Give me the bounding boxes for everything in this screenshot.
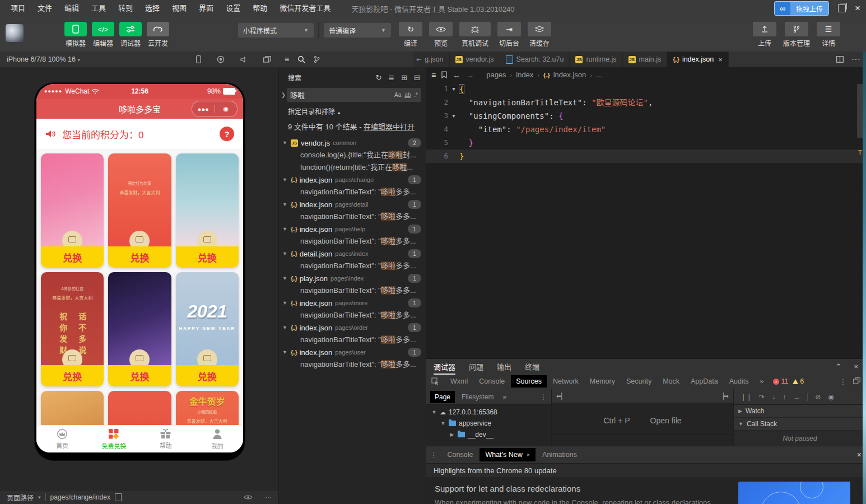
split-editor-icon[interactable]	[836, 56, 844, 63]
open-file-link[interactable]: Open file	[650, 416, 682, 425]
search-match[interactable]: navigationBarTitleText": "哆啦多多...	[279, 284, 426, 297]
record-icon[interactable]	[217, 55, 225, 63]
tab-search-editor[interactable]: Search: 32.u7u	[500, 52, 570, 67]
collapse-all-icon[interactable]: ⊟	[414, 73, 420, 82]
exchange-button[interactable]: 兑换	[176, 365, 239, 386]
step-into-icon[interactable]: ↓	[772, 393, 775, 401]
switch-background-button[interactable]: ⇥ 切后台	[497, 22, 521, 48]
kebab-menu-icon[interactable]: ⋮	[840, 377, 847, 386]
multi-window-icon[interactable]	[263, 56, 271, 63]
more-tabs-icon[interactable]: »	[755, 375, 769, 388]
eye-icon[interactable]	[244, 494, 253, 500]
menu-goto[interactable]: 转到	[112, 0, 139, 17]
tab-mock[interactable]: Mock	[658, 375, 685, 388]
match-case-icon[interactable]: Aa	[394, 92, 401, 98]
tree-item-host[interactable]: ▼ ☁ 127.0.0.1:65368	[426, 407, 551, 418]
exchange-button[interactable]: 兑换	[176, 246, 239, 268]
refresh-icon[interactable]: ↻	[375, 73, 381, 82]
compile-button[interactable]: ↻ 编译	[399, 22, 422, 48]
dirs-toggle[interactable]: 指定目录和排除 ▲	[279, 104, 426, 118]
search-result-file[interactable]: ▼ {..} index.json pages\change 1	[279, 174, 426, 186]
copy-icon[interactable]	[115, 493, 122, 501]
tab-output[interactable]: 输出	[497, 361, 511, 372]
search-match[interactable]: navigationBarTitleText": "哆啦多多...	[279, 235, 426, 248]
inspect-icon[interactable]	[431, 377, 440, 386]
prize-card[interactable]: 兑换	[176, 153, 239, 268]
watch-section[interactable]: ▶ Watch	[734, 405, 866, 418]
prev-file-icon[interactable]: ⬅▏	[556, 393, 566, 400]
close-icon[interactable]: ×	[854, 362, 858, 371]
exchange-button[interactable]: 兑换	[41, 365, 104, 386]
search-input[interactable]: 哆啦 Aa ab .*	[287, 88, 421, 102]
tab-help[interactable]: 帮助	[140, 426, 192, 452]
error-badge[interactable]: ×11	[773, 377, 788, 385]
tab-filesystem[interactable]: Filesystem	[457, 391, 498, 403]
search-match[interactable]: navigationBarTitleText": "哆啦多多...	[279, 211, 426, 223]
collapse-icon[interactable]: ⌃	[836, 362, 842, 371]
search-result-file[interactable]: ▼ {..} index.json pages\more 1	[279, 297, 426, 309]
open-in-editor-icon[interactable]: ⊞	[401, 73, 407, 82]
open-in-editor-link[interactable]: 在编辑器中打开	[364, 123, 415, 131]
step-over-icon[interactable]: ↷	[759, 393, 765, 401]
prize-card[interactable]: 兑换	[41, 153, 104, 268]
forward-icon[interactable]: →	[466, 71, 474, 80]
deactivate-breakpoints-icon[interactable]: ⊘	[815, 393, 821, 401]
next-file-icon[interactable]: ▕➡	[719, 393, 729, 400]
drag-upload-badge[interactable]: ∞ 拖拽上传	[774, 1, 829, 16]
more-menu-icon[interactable]: ●●●	[192, 106, 215, 113]
call-stack-section[interactable]: ▼ Call Stack	[734, 418, 866, 431]
tab-console[interactable]: Console	[474, 375, 510, 388]
outline-icon[interactable]: ≡	[431, 71, 436, 80]
close-icon[interactable]: ×	[527, 451, 530, 458]
remote-debug-button[interactable]: 真机调试	[459, 22, 491, 48]
tab-mine[interactable]: 我的	[192, 426, 243, 452]
prize-card[interactable]: 2021 HAPPY NEW YEAR 兑换	[176, 272, 239, 386]
window-close-icon[interactable]: ×	[855, 0, 860, 17]
tab-home[interactable]: 首页	[36, 426, 88, 452]
tab-g-json[interactable]: ⇤ g.json	[413, 52, 450, 67]
prize-card[interactable]: 牛气冲天 兑换	[108, 391, 171, 425]
exchange-button[interactable]: 兑换	[108, 365, 171, 386]
kebab-menu-icon[interactable]: ⋮	[540, 393, 547, 401]
step-out-icon[interactable]: ↑	[783, 393, 786, 401]
search-match[interactable]: navigationBarTitleText": "哆啦多多...	[279, 334, 426, 346]
tab-page[interactable]: Page	[430, 391, 455, 403]
menu-settings[interactable]: 设置	[220, 0, 246, 17]
search-icon[interactable]	[297, 55, 305, 63]
step-icon[interactable]: →	[793, 393, 800, 401]
clear-cache-button[interactable]: 清缓存	[528, 22, 551, 48]
search-result-file[interactable]: ▼ {..} index.json pages\order 1	[279, 321, 426, 334]
window-restore-icon[interactable]	[838, 4, 846, 12]
undock-icon[interactable]	[853, 377, 860, 384]
device-selector[interactable]: iPhone 6/7/8 100% 16 ▾	[7, 52, 80, 68]
tab-main-js[interactable]: JS main.js	[623, 52, 668, 67]
compile-mode-select[interactable]: 普通编译▼	[324, 23, 391, 38]
search-match[interactable]: navigationBarTitleText": "哆啦多多...	[279, 260, 426, 272]
tab-free-exchange[interactable]: 免费兑换	[88, 426, 139, 452]
user-avatar[interactable]	[6, 24, 24, 42]
menu-tools[interactable]: 工具	[85, 0, 112, 17]
prize-card[interactable]: 兑换	[41, 391, 104, 425]
code-area[interactable]: 1 ▼ { 2 "navigationBarTitleText": "欧皇源码论…	[426, 82, 866, 163]
fold-icon[interactable]: ▼	[448, 109, 459, 123]
search-result-file[interactable]: ▼ {..} index.json pages\detail 1	[279, 198, 426, 211]
bookmark-icon[interactable]	[441, 71, 447, 78]
tab-index-json[interactable]: {..} index.json ×	[667, 52, 729, 67]
simulator-button[interactable]: 模拟器	[64, 22, 87, 48]
page-path-label[interactable]: 页面路径	[7, 493, 34, 502]
pause-icon[interactable]: ❘❘	[741, 393, 752, 401]
version-control-button[interactable]: 版本管理	[783, 22, 810, 48]
menu-select[interactable]: 选择	[139, 0, 166, 17]
breadcrumb[interactable]: pages› index› {..} index.json› ...	[486, 71, 602, 79]
search-match[interactable]: function(){return{title:"我正在哆啦...	[279, 161, 426, 174]
tab-audits[interactable]: Audits	[724, 375, 754, 388]
prize-card[interactable]: 金牛贺岁 小微的红包 恭喜发财，大吉大利 兑换	[176, 391, 239, 425]
tab-runtime-js[interactable]: JS runtime.js	[570, 52, 622, 67]
tab-vendor-js[interactable]: JS vendor.js	[450, 52, 500, 67]
tab-terminal[interactable]: 终端	[525, 361, 539, 372]
close-icon[interactable]: ×	[718, 55, 723, 64]
pause-on-exceptions-icon[interactable]: ◉	[828, 393, 834, 401]
prize-card[interactable]: A青衫的红包 恭喜发财，大吉大利 祝你发财话不多说 兑换	[41, 272, 104, 386]
tab-drawer-console[interactable]: Console	[442, 448, 479, 461]
search-result-file[interactable]: ▼ {..} index.json pages\user 1	[279, 346, 426, 358]
